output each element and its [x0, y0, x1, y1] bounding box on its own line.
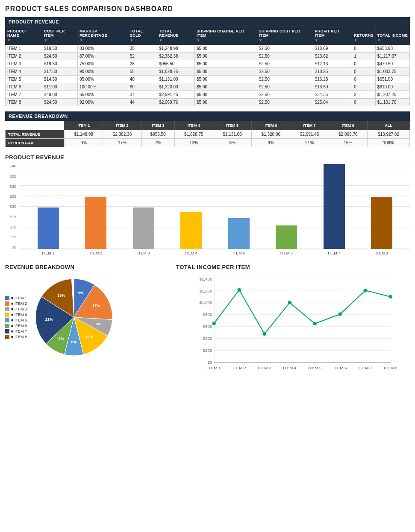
breakdown-cell: 7% [141, 139, 174, 147]
table-cell: 0 [352, 68, 376, 76]
legend-label: ■ ITEM 2 [11, 301, 27, 306]
table-cell: $2.50 [257, 83, 313, 91]
breakdown-column-header: ITEM 3 [141, 121, 174, 130]
legend-color [5, 335, 9, 339]
table-cell: $1,101.76 [375, 99, 409, 106]
table-cell: 60 [128, 83, 157, 91]
line-y-label: $800 [203, 312, 212, 317]
bar [228, 218, 250, 249]
legend-label: ■ ITEM 1 [11, 296, 27, 300]
table-column-header: TOTAL REVENUE▼ [157, 27, 195, 45]
table-cell: ITEM 4 [6, 68, 42, 76]
pie-label: 15% [57, 293, 65, 298]
legend-item: ■ ITEM 5 [5, 318, 27, 322]
table-cell: $5.00 [195, 76, 257, 83]
table-cell: $16.28 [313, 76, 352, 83]
breakdown-cell: 13% [174, 139, 213, 147]
breakdown-column-header: ITEM 4 [174, 121, 213, 130]
table-cell: 92.00% [77, 99, 128, 106]
bar-x-label: ITEM 6 [263, 249, 311, 255]
table-cell: $5.00 [195, 53, 257, 60]
line-x-label: ITEM 7 [359, 365, 372, 370]
table-cell: 37 [128, 91, 157, 99]
table-cell: ITEM 3 [6, 60, 42, 68]
table-cell: $653.98 [375, 45, 409, 53]
table-cell: $810.00 [375, 83, 409, 91]
breakdown-cell: $2,382.38 [103, 130, 141, 139]
bar [371, 197, 392, 249]
bar-y-label: $10 [5, 225, 18, 229]
bar-y-labels: $0$5$10$15$20$25$30$35$40 [5, 164, 18, 249]
table-cell: $5.00 [195, 99, 257, 106]
table-row: ITEM 6$11.00100.00%60$1,320.00$5.00$2.50… [6, 83, 410, 91]
table-cell: $5.00 [195, 60, 257, 68]
legend-item: ■ ITEM 1 [5, 296, 27, 300]
bar-x-label: ITEM 8 [358, 249, 406, 255]
table-cell: 55 [128, 68, 157, 76]
breakdown-cell: 21% [290, 139, 329, 147]
line-y-label: $1,200 [199, 289, 212, 293]
breakdown-cell: $13,927.82 [367, 130, 409, 139]
table-cell: $5.00 [195, 91, 257, 99]
table-column-header: MARKUP PERCENTAGE▼ [77, 27, 128, 45]
line-x-label: ITEM 1 [207, 365, 221, 370]
pie-label: 21% [45, 317, 53, 322]
line-y-label: $0 [207, 360, 212, 365]
breakdown-table: ITEM 1ITEM 2ITEM 3ITEM 4ITEM 5ITEM 6ITEM… [5, 121, 410, 147]
table-row: ITEM 8$24.5092.00%44$2,069.76$5.00$2.50$… [6, 99, 410, 106]
table-cell: 44 [128, 99, 157, 106]
table-cell: 2 [352, 91, 376, 99]
table-column-header: TOTAL SOLD▼ [128, 27, 157, 45]
pie-chart-svg: 9%17%7%13%8%9%21%15% [31, 275, 117, 360]
table-cell: $25.04 [313, 99, 352, 106]
table-cell: $19.50 [42, 45, 78, 53]
pie-wrapper: ■ ITEM 1■ ITEM 2■ ITEM 3■ ITEM 4■ ITEM 5… [5, 275, 168, 360]
bar-group [358, 164, 406, 249]
table-cell: $2,382.38 [157, 53, 195, 60]
data-point [338, 312, 342, 316]
bar-y-label: $25 [5, 194, 18, 199]
breakdown-column-header: ITEM 5 [213, 121, 251, 130]
table-cell: 65.00% [77, 91, 128, 99]
line-x-label: ITEM 2 [233, 365, 246, 370]
breakdown-body: TOTAL REVENUE$1,248.98$2,382.38$955.50$1… [6, 130, 410, 147]
pie-legend-items: ■ ITEM 1■ ITEM 2■ ITEM 3■ ITEM 4■ ITEM 5… [5, 296, 27, 339]
product-revenue-header: PRODUCT REVENUE [5, 17, 410, 26]
table-cell: $49.00 [42, 91, 78, 99]
table-cell: $1,248.98 [157, 45, 195, 53]
breakdown-cell: 100% [367, 139, 409, 147]
breakdown-cell: 17% [103, 139, 141, 147]
table-cell: $24.50 [42, 53, 78, 60]
breakdown-cell: $1,131.00 [213, 130, 251, 139]
table-cell: $5.00 [195, 68, 257, 76]
breakdown-row-label: PERCENTAGE [6, 139, 65, 147]
table-header-row: PRODUCT NAME▼COST PER ITEM▼MARKUP PERCEN… [6, 27, 410, 45]
bar-x-label: ITEM 5 [215, 249, 263, 255]
table-cell: $2,991.45 [157, 91, 195, 99]
table-row: ITEM 2$24.5087.00%52$2,382.38$5.00$2.50$… [6, 53, 410, 60]
table-cell: $17.50 [42, 68, 78, 76]
bar-chart-area [20, 164, 410, 249]
bar-group [310, 164, 358, 249]
line-x-label: ITEM 3 [258, 365, 271, 370]
table-cell: $34.35 [313, 91, 352, 99]
table-cell: 28 [128, 60, 157, 68]
table-cell: ITEM 8 [6, 99, 42, 106]
bar-x-label: ITEM 2 [72, 249, 120, 255]
breakdown-cell: $2,069.76 [329, 130, 367, 139]
breakdown-row: PERCENTAGE9%17%7%13%8%9%21%15%100% [6, 139, 410, 147]
table-cell: $11.00 [42, 83, 78, 91]
legend-label: ■ ITEM 8 [11, 335, 27, 339]
table-cell: $2.50 [257, 60, 313, 68]
bar-y-label: $0 [5, 245, 18, 249]
table-cell: $2.50 [257, 76, 313, 83]
legend-label: ■ ITEM 4 [11, 313, 27, 317]
table-column-header: COST PER ITEM▼ [42, 27, 78, 45]
table-cell: 0 [352, 99, 376, 106]
table-cell: 40 [128, 76, 157, 83]
legend-item: ■ ITEM 8 [5, 335, 27, 339]
bar-chart: $0$5$10$15$20$25$30$35$40 [5, 164, 410, 249]
table-cell: 1 [352, 53, 376, 60]
table-cell: $2.50 [257, 45, 313, 53]
table-cell: $18.69 [313, 45, 352, 53]
